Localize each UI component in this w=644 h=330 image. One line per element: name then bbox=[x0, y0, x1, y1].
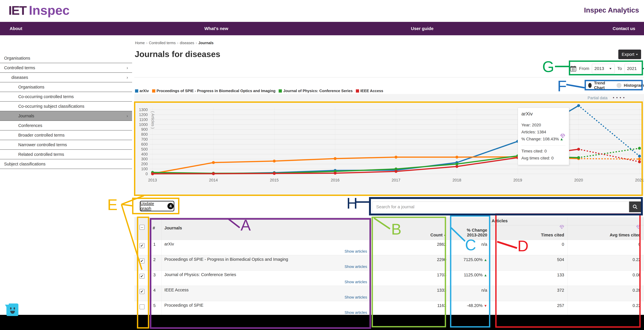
nav-user-guide[interactable]: User guide bbox=[411, 22, 434, 35]
breadcrumb-item[interactable]: Home bbox=[135, 41, 145, 45]
row-number-cell: 3 bbox=[150, 271, 161, 286]
svg-text:0: 0 bbox=[146, 172, 148, 176]
chevron-down-icon: ▼ bbox=[609, 67, 612, 70]
journal-name[interactable]: Proceedings of SPIE bbox=[162, 301, 372, 308]
avg-times-cited-value: 0.22 bbox=[568, 255, 644, 262]
breadcrumb-item[interactable]: diseases bbox=[180, 41, 194, 45]
nav-contact-us[interactable]: Contact us bbox=[612, 22, 635, 35]
sidebar-item-organisations[interactable]: Organisations bbox=[0, 82, 132, 92]
to-year-value: 2021 bbox=[627, 66, 637, 71]
sidebar-item-controlled-terms[interactable]: Controlled terms› bbox=[0, 63, 132, 73]
svg-text:1200: 1200 bbox=[139, 113, 148, 117]
sidebar-item-narrower-controlled-terms[interactable]: Narrower controlled terms bbox=[0, 140, 132, 150]
sidebar-item-broader-controlled-terms[interactable]: Broader controlled terms bbox=[0, 131, 132, 140]
avg-times-cited-cell: 0.08 bbox=[567, 271, 644, 286]
show-articles-link[interactable]: Show articles bbox=[344, 295, 367, 300]
row-checkbox[interactable] bbox=[140, 304, 144, 309]
toggle-option-histogram[interactable]: Histogram bbox=[616, 83, 644, 88]
change-cell: -48.20%▼ bbox=[450, 301, 490, 316]
chevron-down-icon: ▾ bbox=[636, 53, 638, 56]
breadcrumb-separator: › bbox=[146, 41, 148, 45]
toggle-option-label: Histogram bbox=[624, 83, 644, 88]
sidebar-item-related-controlled-terms[interactable]: Related controlled terms bbox=[0, 150, 132, 159]
journal-search bbox=[372, 201, 641, 212]
from-year-select[interactable]: 2013 ▼ bbox=[592, 64, 615, 73]
count-value: 2862 bbox=[372, 240, 450, 247]
journal-name[interactable]: Proceedings of SPIE - Progress in Biomed… bbox=[162, 255, 372, 262]
sidebar-item-subject-classifications[interactable]: Subject classifications bbox=[0, 159, 132, 169]
sidebar-item-co-occurring-subject-classifications[interactable]: Co-occurring subject classifications bbox=[0, 102, 132, 111]
nav-about[interactable]: About bbox=[10, 22, 22, 35]
legend-item[interactable]: Proceedings of SPIE - Progress in Biomed… bbox=[152, 89, 276, 93]
sidebar-item-organisations[interactable]: Organisations bbox=[0, 53, 132, 63]
gem-icon bbox=[560, 134, 565, 138]
count-header-cell[interactable]: Count▼ bbox=[372, 217, 450, 240]
update-graph-button[interactable]: Update graph 4 bbox=[140, 201, 174, 211]
times-cited-value: 372 bbox=[490, 286, 567, 293]
svg-text:( Articles ): ( Articles ) bbox=[151, 111, 155, 129]
sidebar-item-journals[interactable]: Journals› bbox=[0, 111, 132, 121]
sidebar-item-label: Journals bbox=[18, 114, 34, 118]
chat-widget-icon[interactable] bbox=[4, 303, 19, 317]
journal-name[interactable]: Journal of Physics: Conference Series bbox=[162, 271, 372, 277]
iet-inspec-logo[interactable]: IET Inspec bbox=[8, 3, 70, 18]
row-checkbox[interactable]: ✔ bbox=[140, 274, 144, 279]
radio-selected-icon bbox=[588, 83, 592, 88]
export-button[interactable]: Export ▾ bbox=[618, 50, 641, 59]
search-button[interactable] bbox=[629, 201, 641, 212]
toggle-option-label: Trend Chart bbox=[594, 81, 610, 90]
to-year-select[interactable]: 2021 ▼ bbox=[624, 64, 644, 73]
count-value: 1333 bbox=[372, 286, 450, 293]
legend-label: arXiv bbox=[140, 89, 149, 93]
show-articles-link[interactable]: Show articles bbox=[344, 310, 367, 315]
count-cell: 2862 bbox=[372, 240, 450, 255]
change-header-cell[interactable]: % Change 2013-2020 bbox=[450, 217, 490, 240]
svg-text:2020: 2020 bbox=[574, 178, 583, 182]
sidebar-item-diseases[interactable]: diseases› bbox=[0, 73, 132, 82]
journal-cell: IEEE AccessShow articles bbox=[161, 286, 372, 301]
legend-item[interactable]: arXiv bbox=[135, 89, 149, 93]
show-articles-link[interactable]: Show articles bbox=[344, 280, 367, 284]
journal-name[interactable]: IEEE Access bbox=[162, 286, 372, 292]
legend-item[interactable]: Journal of Physics: Conference Series bbox=[279, 89, 352, 93]
update-graph-count-badge: 4 bbox=[168, 203, 174, 209]
up-triangle-icon: ▲ bbox=[484, 273, 487, 277]
legend-item[interactable]: IEEE Access bbox=[356, 89, 383, 93]
sidebar-item-co-occurring-controlled-terms[interactable]: Co-occurring controlled terms bbox=[0, 92, 132, 102]
journal-cell: Journal of Physics: Conference SeriesSho… bbox=[161, 271, 372, 286]
annotation-letter-e: E bbox=[107, 197, 118, 212]
legend-swatch-icon bbox=[135, 89, 138, 93]
toggle-option-trend-chart[interactable]: Trend Chart bbox=[588, 81, 610, 90]
row-checkbox[interactable]: ✔ bbox=[140, 258, 144, 263]
bottom-black-bar bbox=[0, 315, 644, 330]
avg-times-cited-header-cell[interactable]: Avg times cited bbox=[567, 217, 644, 240]
select-all-checkbox[interactable]: – bbox=[140, 225, 144, 230]
row-checkbox[interactable]: ✔ bbox=[140, 289, 144, 294]
count-value: 2290 bbox=[372, 255, 450, 262]
row-number-cell: 5 bbox=[150, 301, 161, 316]
show-articles-link[interactable]: Show articles bbox=[344, 264, 367, 269]
top-nav: About What's new User guide Contact us bbox=[0, 22, 644, 35]
nav-whats-new[interactable]: What's new bbox=[204, 22, 228, 35]
chart-type-toggle: Trend ChartHistogram bbox=[588, 81, 644, 90]
times-cited-header-cell[interactable]: Times cited bbox=[490, 217, 567, 240]
sidebar-item-conferences[interactable]: Conferences bbox=[0, 121, 132, 131]
legend-swatch-icon bbox=[356, 89, 359, 93]
sidebar-item-label: Co-occurring controlled terms bbox=[18, 94, 74, 99]
search-input[interactable] bbox=[372, 201, 629, 212]
times-cited-value: 133 bbox=[490, 271, 567, 277]
change-value: n/a bbox=[450, 286, 490, 293]
legend-label: Journal of Physics: Conference Series bbox=[283, 89, 352, 93]
table-row: ✔3Journal of Physics: Conference SeriesS… bbox=[134, 270, 644, 286]
radio-unselected-icon bbox=[616, 83, 622, 88]
num-header-cell: # bbox=[150, 217, 161, 240]
breadcrumb-item[interactable]: Controlled terms bbox=[149, 41, 176, 45]
breadcrumb-separator: › bbox=[177, 41, 178, 45]
row-checkbox[interactable]: ✔ bbox=[140, 243, 144, 248]
journal-name[interactable]: arXiv bbox=[162, 240, 372, 246]
trend-chart-panel: 0100200300400500600700800900100011001200… bbox=[134, 94, 644, 196]
show-articles-link[interactable]: Show articles bbox=[344, 249, 367, 254]
times-cited-cell: 372 bbox=[490, 286, 567, 301]
to-label: To bbox=[617, 66, 622, 71]
table-row: 5Proceedings of SPIEShow articles1163-48… bbox=[134, 301, 644, 316]
